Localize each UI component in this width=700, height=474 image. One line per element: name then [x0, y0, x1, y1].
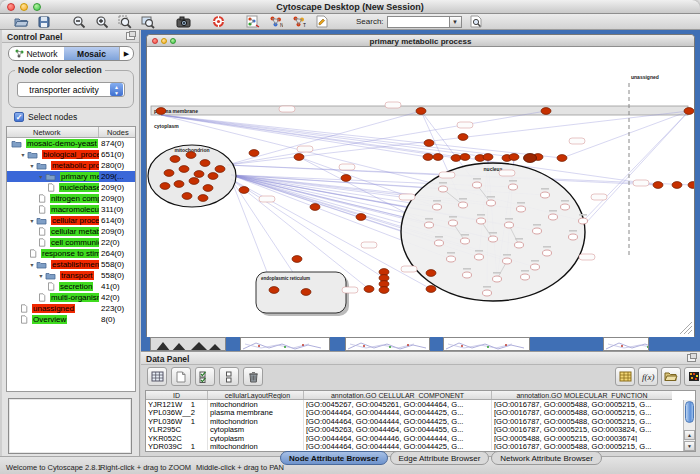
- tree-row[interactable]: ▼biological_process651(0): [7, 149, 135, 160]
- tree-row[interactable]: macromolecule311(0): [7, 204, 135, 215]
- tree-row[interactable]: multi-organism pro42(0): [7, 292, 135, 303]
- disclosure-triangle-icon[interactable]: ▼: [38, 273, 43, 278]
- background-window-thumbnail[interactable]: [443, 337, 530, 351]
- float-data-panel-icon[interactable]: [687, 354, 696, 362]
- background-window-thumbnail[interactable]: [150, 337, 226, 351]
- scroll-down-icon[interactable]: ▼: [684, 441, 695, 451]
- network-view-panel: primary metabolic process plasma membran…: [141, 30, 700, 351]
- node-color-combobox[interactable]: transporter activity ▲▼: [17, 82, 125, 97]
- tree-row[interactable]: ▼transport558(0): [7, 270, 135, 281]
- snapshot-button[interactable]: [174, 14, 192, 29]
- title-bar[interactable]: Cytoscape Desktop (New Session): [0, 0, 700, 14]
- table-column-header[interactable]: ID: [146, 391, 208, 399]
- network-window-title-bar[interactable]: primary metabolic process: [147, 35, 694, 47]
- network-node-selected: [341, 175, 351, 182]
- network-overlay-1-button[interactable]: [244, 14, 262, 29]
- network-node: [447, 256, 456, 262]
- dp-select-attributes-button[interactable]: [195, 367, 215, 386]
- tree-row[interactable]: ▼primary metabol209(...: [7, 171, 135, 182]
- tree-row[interactable]: secretion41(0): [7, 281, 135, 292]
- scrollbar-thumb[interactable]: [685, 401, 694, 423]
- table-row[interactable]: YKR052Ccytoplasm[GO:0044464, GO:0044446,…: [146, 434, 672, 442]
- table-row[interactable]: YLR295Ccytoplasm[GO:0045263, GO:0044464,…: [146, 425, 672, 433]
- file-icon: [47, 282, 57, 291]
- tree-row[interactable]: mosaic-demo-yeast874(0): [7, 138, 135, 149]
- status-welcome: Welcome to Cytoscape 2.8.1: [6, 463, 102, 472]
- dp-new-button[interactable]: [171, 367, 191, 386]
- float-panel-icon[interactable]: [126, 32, 135, 40]
- search-dropdown-arrow-icon[interactable]: ▼: [449, 16, 462, 28]
- region-label-unassigned: unassigned: [631, 74, 659, 80]
- network-node-selected: [426, 286, 436, 293]
- dp-function-button[interactable]: f(x): [638, 367, 658, 386]
- tab-edge-attribute-browser[interactable]: Edge Attribute Browser: [390, 451, 490, 465]
- table-row[interactable]: YJR121W__1mitochondrion[GO:0045267, GO:0…: [146, 400, 672, 408]
- more-tabs-arrow-icon[interactable]: ▶: [119, 47, 133, 60]
- zoom-in-button[interactable]: [93, 14, 111, 29]
- network-node: [549, 214, 558, 220]
- background-window-thumbnail[interactable]: [240, 337, 330, 351]
- tree-column-nodes[interactable]: Nodes: [99, 127, 135, 137]
- network-overlay-3-button[interactable]: T: [290, 14, 308, 29]
- dp-import-button[interactable]: [661, 367, 681, 386]
- tree-row[interactable]: nucleobase-209(0): [7, 182, 135, 193]
- search-input[interactable]: [387, 16, 449, 28]
- tree-row[interactable]: cellular metabol209(0): [7, 226, 135, 237]
- table-column-header[interactable]: annotation.GO CELLULAR_COMPONENT: [304, 391, 492, 399]
- network-overlay-2-button[interactable]: N: [267, 14, 285, 29]
- table-column-header[interactable]: annotation.GO MOLECULAR_FUNCTION: [492, 391, 672, 399]
- tab-mosaic[interactable]: Mosaic: [64, 47, 119, 60]
- disclosure-triangle-icon[interactable]: ▼: [29, 262, 34, 267]
- table-row[interactable]: YPL036W__1mitochondrion[GO:0044464, GO:0…: [146, 417, 672, 425]
- network-tree-header[interactable]: Network Nodes: [7, 127, 135, 138]
- file-icon: [38, 205, 48, 214]
- select-nodes-checkbox[interactable]: ✓: [14, 112, 24, 122]
- search-combobox[interactable]: ▼: [387, 16, 462, 28]
- disclosure-triangle-icon[interactable]: ▼: [29, 218, 34, 223]
- node-label-pill: [457, 122, 473, 128]
- table-scrollbar[interactable]: ▲ ▼: [683, 400, 695, 451]
- combobox-stepper-icon[interactable]: ▲▼: [110, 83, 123, 96]
- tree-row[interactable]: ▼metabolic process280(0): [7, 160, 135, 171]
- disclosure-triangle-icon[interactable]: ▼: [20, 152, 25, 157]
- dp-map-button[interactable]: [684, 367, 700, 386]
- tree-row[interactable]: response to stimul264(0): [7, 248, 135, 259]
- save-button[interactable]: [35, 14, 53, 29]
- table-row[interactable]: YDR039C__1mitochondrion[GO:0044464, GO:0…: [146, 442, 672, 450]
- background-window-thumbnail[interactable]: [345, 337, 430, 351]
- disclosure-triangle-icon[interactable]: ▼: [29, 163, 34, 168]
- tab-network-attribute-browser[interactable]: Network Attribute Browser: [491, 451, 601, 465]
- annotation-button[interactable]: [313, 14, 331, 29]
- network-view-window[interactable]: primary metabolic process plasma membran…: [146, 34, 695, 337]
- tree-row[interactable]: nitrogen compo209(0): [7, 193, 135, 204]
- network-node-selected: [557, 155, 567, 162]
- tree-row[interactable]: ▼establishment of lo558(0): [7, 259, 135, 270]
- tree-row[interactable]: cell communicat22(0): [7, 237, 135, 248]
- tab-network[interactable]: Network: [9, 47, 64, 60]
- tree-column-network[interactable]: Network: [7, 127, 99, 137]
- network-node-selected: [426, 270, 436, 277]
- dp-delete-button[interactable]: [243, 367, 263, 386]
- background-window-thumbnail[interactable]: [603, 337, 649, 351]
- network-canvas[interactable]: plasma membranecytoplasmmitochondrionnuc…: [147, 47, 694, 337]
- zoom-fit-button[interactable]: [139, 14, 157, 29]
- tab-node-attribute-browser[interactable]: Node Attribute Browser: [280, 451, 388, 465]
- tree-row[interactable]: unassigned223(0): [7, 303, 135, 314]
- table-column-header[interactable]: _cellularLayoutRegion: [208, 391, 304, 399]
- tree-row[interactable]: ▼cellular process614(0): [7, 215, 135, 226]
- dp-unselect-attributes-button[interactable]: [219, 367, 239, 386]
- open-button[interactable]: [12, 14, 30, 29]
- scroll-up-icon[interactable]: ▲: [684, 430, 695, 440]
- help-button[interactable]: [209, 14, 227, 29]
- disclosure-triangle-icon[interactable]: ▼: [38, 174, 43, 179]
- tree-row[interactable]: Overview8(0): [7, 314, 135, 325]
- advanced-search-button[interactable]: [468, 14, 486, 29]
- dp-matrix-button[interactable]: [615, 367, 635, 386]
- table-row[interactable]: YPL036W__2plasma membrane[GO:0044464, GO…: [146, 408, 672, 416]
- zoom-out-button[interactable]: [70, 14, 88, 29]
- zoom-selected-button[interactable]: [116, 14, 134, 29]
- network-node: [473, 182, 482, 188]
- table-cell: YKR052C: [146, 434, 208, 442]
- dp-table-button[interactable]: [147, 367, 167, 386]
- birdseye-view[interactable]: [8, 398, 132, 454]
